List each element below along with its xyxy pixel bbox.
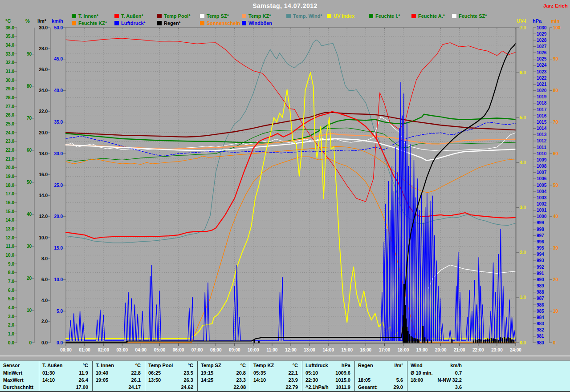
table-col-temp-kz: Temp KZ°C05:3522.114:1023.922.79 — [250, 361, 302, 391]
svg-text:80: 80 — [553, 88, 558, 93]
table-row: 17.00 — [39, 384, 93, 391]
table-cell-left: MinWert — [3, 369, 22, 376]
table-row: LuftdruckhPa — [302, 362, 355, 369]
legend-label: Temp Pool* — [164, 13, 191, 19]
table-cell-left: Durchschnitt — [3, 384, 33, 391]
svg-text:24.0: 24.0 — [6, 130, 15, 135]
legend-label: Temp. Wind* — [293, 13, 322, 19]
svg-text:998: 998 — [537, 227, 544, 232]
svg-text:50: 50 — [27, 180, 32, 185]
svg-text:17.0: 17.0 — [6, 191, 15, 196]
table-cell-right: 11.9 — [39, 369, 88, 376]
table-row: 18:055.6 — [355, 376, 407, 384]
legend-swatch-feuchte-kz- — [72, 21, 76, 25]
svg-text:1021: 1021 — [537, 82, 547, 87]
svg-text:24:00: 24:00 — [510, 348, 521, 352]
legend-label: Windböen — [248, 20, 272, 26]
svg-text:40.0: 40.0 — [54, 88, 63, 93]
svg-text:1007: 1007 — [537, 170, 547, 175]
svg-text:33.0: 33.0 — [6, 52, 15, 57]
table-cell-right: 24.62 — [145, 384, 193, 391]
table-row: 18:00N-NW 32.2 — [407, 376, 570, 384]
svg-text:997: 997 — [537, 233, 544, 238]
legend-swatch-windb-en — [242, 21, 246, 25]
axis-min: 1009080706050403020100min — [550, 18, 561, 345]
table-row: 22.08 — [198, 384, 250, 391]
svg-text:08:00: 08:00 — [210, 348, 222, 352]
legend-label: Regen* — [164, 20, 181, 26]
svg-text:14.0: 14.0 — [6, 218, 15, 222]
axis-kmh: 50.045.040.035.030.025.020.015.010.05.00… — [52, 18, 66, 345]
axis-uv: 7.06.05.04.03.02.01.00.0UV-I — [516, 18, 526, 345]
svg-text:2.0: 2.0 — [8, 323, 14, 327]
svg-text:05:00: 05:00 — [154, 348, 166, 352]
svg-text:29.0: 29.0 — [6, 86, 15, 91]
gridlines — [66, 28, 516, 343]
svg-text:06:00: 06:00 — [173, 348, 184, 352]
legend-swatch-temp-sz- — [200, 14, 204, 18]
legend-swatch-temp-wind- — [286, 14, 291, 18]
svg-text:1011: 1011 — [537, 145, 546, 150]
svg-text:6.0: 6.0 — [41, 277, 48, 282]
svg-text:40: 40 — [27, 212, 32, 217]
legend-item-t-innen-: T. Innen* — [72, 13, 98, 19]
table-cell-right: hPa — [302, 362, 350, 369]
legend-swatch-sonnenschein — [200, 21, 204, 25]
table-row: 13:5026.3 — [145, 376, 198, 384]
svg-text:984: 984 — [537, 315, 544, 320]
table-cell-right: l/m² — [355, 362, 403, 369]
table-cell-right: 22.1 — [250, 369, 298, 376]
svg-text:986: 986 — [537, 303, 544, 307]
legend-item-temp-sz-: Temp SZ* — [200, 13, 229, 19]
legend-label: Feuchte A.* — [418, 13, 445, 19]
svg-text:1015: 1015 — [537, 120, 547, 125]
table-cell-right: 3.6 — [407, 384, 462, 391]
svg-text:4.0: 4.0 — [520, 160, 526, 165]
svg-text:26.0: 26.0 — [6, 113, 15, 117]
legend-label: UV Index — [334, 13, 354, 19]
svg-text:23.0: 23.0 — [6, 139, 15, 144]
legend-label: T. Außen* — [121, 13, 143, 19]
svg-text:5.0: 5.0 — [520, 115, 526, 120]
svg-text:0.0: 0.0 — [57, 340, 63, 345]
table-cell-right: 22.79 — [250, 384, 298, 391]
svg-text:8.0: 8.0 — [41, 256, 48, 261]
svg-text:982: 982 — [537, 327, 544, 332]
table-row: 05:101009.6 — [302, 369, 355, 376]
svg-text:03:00: 03:00 — [116, 348, 128, 352]
table-col-wind: Windkm/hØ 10 min.0.718:00N-NW 32.23.6 — [407, 361, 570, 391]
table-cell-right: 22.8 — [93, 369, 141, 376]
svg-text:20.0: 20.0 — [6, 165, 15, 170]
svg-text:28.0: 28.0 — [39, 46, 48, 51]
legend-label: Temp SZ* — [207, 13, 229, 19]
svg-text:20:00: 20:00 — [435, 348, 447, 352]
svg-text:1025: 1025 — [537, 57, 547, 61]
svg-text:1026: 1026 — [537, 50, 547, 55]
svg-text:2.0: 2.0 — [520, 250, 526, 255]
table-cell-right: N-NW 32.2 — [407, 376, 462, 384]
svg-text:15:00: 15:00 — [341, 348, 353, 352]
svg-text:1019: 1019 — [537, 94, 547, 99]
svg-text:35.0: 35.0 — [6, 34, 15, 39]
svg-text:20.0: 20.0 — [54, 214, 63, 219]
svg-text:999: 999 — [537, 220, 544, 225]
series-legend: T. Innen*T. Außen*Temp Pool*Temp SZ*Temp… — [0, 0, 570, 28]
svg-text:4.0: 4.0 — [8, 305, 14, 310]
legend-item-feuchte-a-: Feuchte A.* — [411, 13, 445, 19]
legend-item-temp-wind-: Temp. Wind* — [286, 13, 322, 19]
svg-text:02:00: 02:00 — [98, 348, 109, 352]
svg-text:70: 70 — [27, 116, 32, 121]
legend-item-temp-pool-: Temp Pool* — [157, 13, 191, 19]
table-cell-right: °C — [250, 362, 298, 369]
svg-text:991: 991 — [537, 271, 544, 276]
svg-text:60: 60 — [27, 148, 32, 153]
svg-text:1027: 1027 — [537, 44, 547, 49]
table-row: 10:4022.8 — [93, 369, 145, 376]
svg-text:992: 992 — [537, 265, 544, 270]
table-row: Ø 10 min.0.7 — [407, 369, 570, 376]
table-row: 24.62 — [145, 384, 198, 391]
svg-text:996: 996 — [537, 239, 544, 244]
legend-label: Luftdruck* — [121, 20, 146, 26]
legend-label: T. Innen* — [78, 13, 98, 19]
table-row: Windkm/h — [407, 362, 570, 369]
